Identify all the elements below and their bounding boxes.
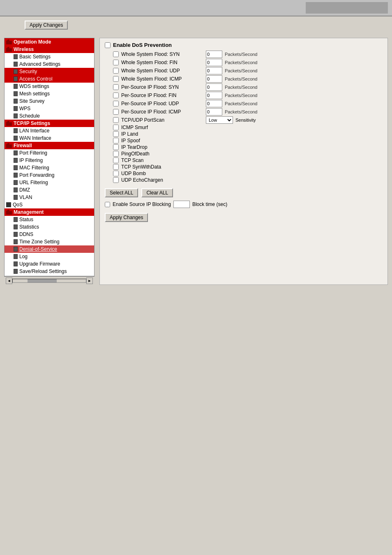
tcp-synwithdata-checkbox[interactable] [113, 164, 119, 170]
per-src-syn-input[interactable] [206, 83, 222, 91]
udp-bomb-label: UDP Bomb [121, 171, 203, 176]
enable-source-ip-blocking-checkbox[interactable] [105, 202, 110, 207]
sidebar-item-denial-of-service[interactable]: Denial-of-Service [5, 245, 94, 253]
doc-icon [14, 91, 18, 96]
sidebar-item-wireless[interactable]: Wireless [5, 46, 94, 53]
sidebar-item-save-reload-settings[interactable]: Save/Reload Settings [5, 268, 94, 275]
main-content: Enable DoS Prevention Whole System Flood… [99, 38, 388, 285]
sidebar-item-schedule[interactable]: Schedule [5, 112, 94, 120]
sidebar-item-label-mac-filtering: MAC Filtering [19, 165, 49, 171]
sidebar-item-port-filtering[interactable]: Port Filtering [5, 149, 94, 157]
dos-row-icmp-smurf: ICMP Smurf [113, 124, 383, 131]
dos-row-ip-land: IP Land [113, 131, 383, 137]
udp-echochargen-checkbox[interactable] [113, 177, 119, 183]
sidebar-item-site-survey[interactable]: Site Survey [5, 97, 94, 105]
doc-icon [14, 128, 18, 133]
doc-icon [14, 62, 18, 67]
per-src-fin-input[interactable] [206, 92, 222, 99]
sidebar-item-url-filtering[interactable]: URL Filtering [5, 179, 94, 186]
sidebar-item-wds-settings[interactable]: WDS settings [5, 83, 94, 90]
sidebar-item-management[interactable]: Management [5, 208, 94, 216]
sidebar-item-label-save-reload-settings: Save/Reload Settings [19, 268, 67, 274]
doc-icon [14, 76, 18, 81]
per-src-udp-checkbox[interactable] [113, 101, 119, 106]
sidebar-item-wan-interface[interactable]: WAN Interface [5, 134, 94, 142]
doc-icon [14, 136, 18, 141]
doc-icon [14, 217, 18, 222]
sidebar-item-basic-settings[interactable]: Basic Settings [5, 53, 94, 60]
sidebar-item-vlan[interactable]: VLAN [5, 194, 94, 201]
ip-teardrop-checkbox[interactable] [113, 144, 119, 150]
tcp-udp-portscan-sensitivity-select[interactable]: LowMediumHigh [206, 116, 233, 124]
top-apply-changes-button[interactable]: Apply Changes [25, 21, 68, 30]
sidebar-item-label-tcpip-settings: TCP/IP Settings [14, 120, 50, 126]
folder-icon [6, 39, 12, 44]
sidebar-item-label-status: Status [19, 217, 33, 222]
sidebar-item-port-forwarding[interactable]: Port Forwarding [5, 171, 94, 179]
sidebar-item-time-zone-setting[interactable]: Time Zone Setting [5, 238, 94, 245]
per-src-fin-checkbox[interactable] [113, 92, 119, 98]
sidebar-item-advanced-settings[interactable]: Advanced Settings [5, 60, 94, 68]
ip-spoof-checkbox[interactable] [113, 138, 119, 143]
sidebar-item-upgrade-firmware[interactable]: Upgrade Firmware [5, 260, 94, 268]
enable-dos-prevention-label: Enable DoS Prevention [113, 42, 172, 48]
apply-changes-button[interactable]: Apply Changes [105, 213, 148, 222]
sidebar-item-label-log: Log [19, 254, 28, 259]
sidebar-item-status[interactable]: Status [5, 216, 94, 223]
whole-sys-syn-label: Whole System Flood: SYN [121, 51, 203, 57]
scroll-left-button[interactable]: ◄ [6, 278, 12, 284]
per-src-icmp-input[interactable] [206, 108, 222, 116]
sidebar-item-statistics[interactable]: Statistics [5, 223, 94, 231]
whole-sys-fin-input[interactable] [206, 59, 222, 66]
enable-dos-prevention-checkbox[interactable] [105, 42, 111, 48]
sidebar-item-operation-mode[interactable]: Operation Mode [5, 38, 94, 46]
ip-land-checkbox[interactable] [113, 131, 119, 137]
icmp-smurf-checkbox[interactable] [113, 125, 119, 130]
sidebar-item-mac-filtering[interactable]: MAC Filtering [5, 164, 94, 171]
whole-sys-icmp-checkbox[interactable] [113, 76, 119, 82]
block-time-input[interactable]: 0 [173, 201, 190, 208]
whole-sys-icmp-input[interactable] [206, 75, 222, 83]
scroll-right-button[interactable]: ► [86, 278, 93, 284]
sidebar-item-lan-interface[interactable]: LAN Interface [5, 127, 94, 134]
udp-bomb-checkbox[interactable] [113, 171, 119, 176]
per-src-udp-input[interactable] [206, 100, 222, 107]
sidebar-item-security[interactable]: Security [5, 68, 94, 75]
tcp-scan-checkbox[interactable] [113, 157, 119, 163]
item-icon [6, 202, 11, 207]
select-all-button[interactable]: Select ALL [105, 188, 138, 197]
whole-sys-fin-unit: Packets/Second [225, 60, 258, 65]
dos-row-whole-sys-icmp: Whole System Flood: ICMPPackets/Second [113, 75, 383, 83]
sidebar-item-firewall[interactable]: Firewall [5, 142, 94, 149]
sidebar-item-label-schedule: Schedule [19, 113, 40, 119]
tcp-udp-portscan-checkbox[interactable] [113, 117, 119, 123]
whole-sys-udp-input[interactable] [206, 67, 222, 74]
dos-row-per-src-icmp: Per-Source IP Flood: ICMPPackets/Second [113, 108, 383, 116]
sidebar-item-dmz[interactable]: DMZ [5, 186, 94, 194]
sidebar-item-ip-filtering[interactable]: IP Filtering [5, 157, 94, 164]
doc-icon [14, 269, 18, 274]
whole-sys-fin-label: Whole System Flood: FIN [121, 60, 203, 65]
per-src-icmp-checkbox[interactable] [113, 109, 119, 115]
dos-row-per-src-syn: Per-Source IP Flood: SYNPackets/Second [113, 83, 383, 91]
sidebar-item-qos[interactable]: QoS [5, 201, 94, 208]
sidebar-item-log[interactable]: Log [5, 253, 94, 260]
per-src-syn-unit: Packets/Second [225, 85, 258, 90]
sidebar-item-ddns[interactable]: DDNS [5, 231, 94, 238]
per-src-udp-label: Per-Source IP Flood: UDP [121, 101, 203, 106]
whole-sys-fin-checkbox[interactable] [113, 60, 119, 65]
sidebar-item-label-wireless: Wireless [14, 46, 34, 52]
whole-sys-udp-checkbox[interactable] [113, 68, 119, 74]
sidebar-item-tcpip-settings[interactable]: TCP/IP Settings [5, 120, 94, 127]
whole-sys-syn-checkbox[interactable] [113, 51, 119, 57]
whole-sys-syn-input[interactable] [206, 51, 222, 58]
clear-all-button[interactable]: Clear ALL [141, 188, 173, 197]
ping-of-death-checkbox[interactable] [113, 151, 119, 157]
sidebar-item-wps[interactable]: WPS [5, 105, 94, 112]
sidebar-item-access-control[interactable]: Access Control [5, 75, 94, 83]
doc-icon [14, 84, 18, 89]
per-src-syn-checkbox[interactable] [113, 84, 119, 90]
dos-row-per-src-udp: Per-Source IP Flood: UDPPackets/Second [113, 99, 383, 108]
sidebar-item-mesh-settings[interactable]: Mesh settings [5, 90, 94, 97]
sidebar-item-label-ip-filtering: IP Filtering [19, 157, 43, 163]
